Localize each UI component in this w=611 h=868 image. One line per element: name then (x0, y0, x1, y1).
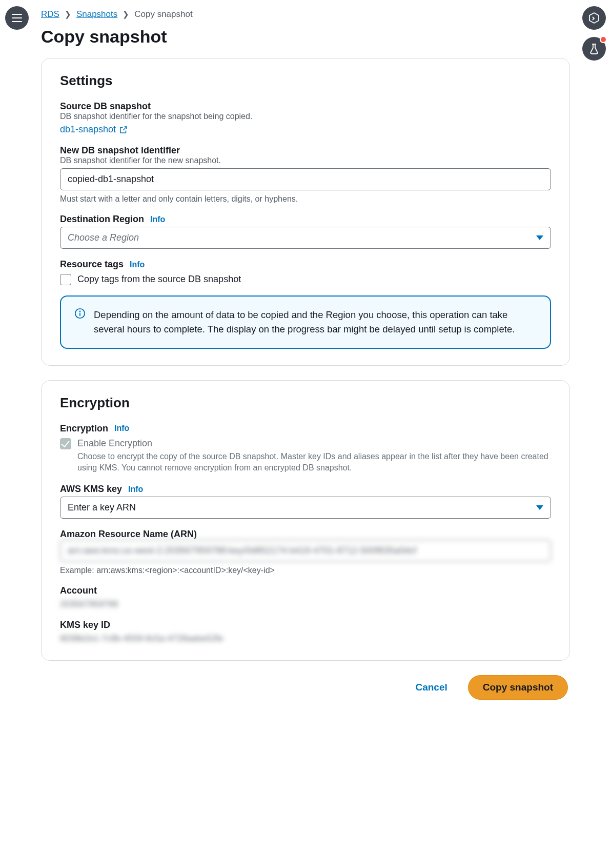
enable-encryption-label: Enable Encryption (77, 438, 551, 449)
breadcrumb-rds[interactable]: RDS (41, 9, 59, 19)
breadcrumb-snapshots[interactable]: Snapshots (76, 9, 117, 19)
new-snapshot-id-input[interactable] (60, 168, 551, 190)
kms-key-select[interactable]: Enter a key ARN (60, 497, 551, 519)
svg-point-4 (79, 311, 81, 312)
destination-region-info[interactable]: Info (150, 215, 165, 224)
external-link-icon (119, 125, 128, 134)
arn-label: Amazon Resource Name (ARN) (60, 529, 551, 540)
copy-duration-alert: Depending on the amount of data to be co… (60, 295, 551, 349)
source-snapshot-desc: DB snapshot identifier for the snapshot … (60, 112, 551, 121)
arn-input[interactable] (60, 540, 551, 562)
encryption-panel: Encryption Encryption Info Enable Encryp… (41, 380, 570, 661)
experiments-icon[interactable] (582, 37, 606, 61)
encryption-section-label: Encryption (60, 423, 108, 434)
breadcrumb-current: Copy snapshot (134, 9, 192, 19)
resource-tags-label: Resource tags (60, 259, 124, 270)
breadcrumb: RDS ❯ Snapshots ❯ Copy snapshot (41, 9, 570, 19)
arn-example: Example: arn:aws:kms:<region>:<accountID… (60, 566, 551, 575)
svg-line-2 (123, 127, 127, 130)
new-snapshot-id-desc: DB snapshot identifier for the new snaps… (60, 156, 551, 165)
chevron-down-icon (536, 235, 543, 240)
chevron-right-icon: ❯ (65, 10, 71, 19)
kms-key-label: AWS KMS key (60, 484, 122, 495)
source-snapshot-link[interactable]: db1-snapshot (60, 124, 128, 135)
cloudshell-icon[interactable] (582, 6, 606, 30)
cancel-button[interactable]: Cancel (406, 675, 456, 700)
source-snapshot-label: Source DB snapshot (60, 101, 551, 112)
enable-encryption-desc: Choose to encrypt the copy of the source… (77, 451, 551, 474)
settings-heading: Settings (60, 73, 551, 89)
svg-rect-5 (79, 313, 80, 316)
encryption-info[interactable]: Info (114, 424, 129, 433)
chevron-right-icon: ❯ (123, 10, 129, 19)
destination-region-select[interactable]: Choose a Region (60, 227, 551, 249)
kms-key-id-value: 8039b2e1-7c9b-4559-8c5a-4728aabe52fe (60, 634, 551, 644)
menu-button[interactable] (5, 6, 29, 30)
copy-snapshot-button[interactable]: Copy snapshot (468, 675, 568, 700)
account-label: Account (60, 585, 551, 596)
kms-key-info[interactable]: Info (128, 485, 143, 494)
copy-tags-checkbox-label: Copy tags from the source DB snapshot (77, 274, 241, 285)
resource-tags-info[interactable]: Info (130, 260, 145, 269)
destination-region-label: Destination Region (60, 214, 144, 225)
info-icon (74, 308, 86, 319)
kms-key-id-label: KMS key ID (60, 620, 551, 630)
enable-encryption-checkbox (60, 438, 71, 449)
encryption-heading: Encryption (60, 395, 551, 411)
new-snapshot-id-label: New DB snapshot identifier (60, 145, 551, 156)
chevron-down-icon (536, 505, 543, 510)
page-title: Copy snapshot (41, 27, 570, 47)
settings-panel: Settings Source DB snapshot DB snapshot … (41, 58, 570, 366)
copy-tags-checkbox[interactable] (60, 274, 71, 285)
notification-dot-icon (600, 36, 607, 43)
account-value: 203567959788 (60, 599, 551, 609)
new-snapshot-id-hint: Must start with a letter and only contai… (60, 194, 551, 204)
